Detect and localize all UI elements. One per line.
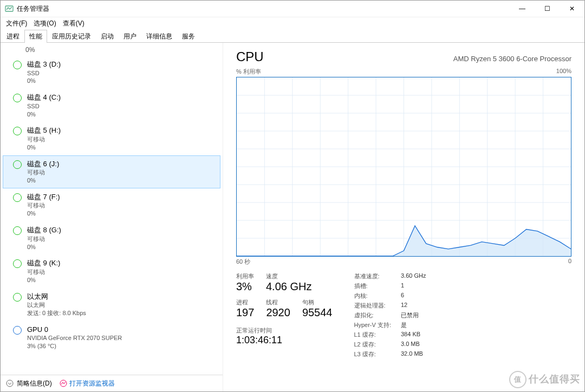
tab-3[interactable]: 启动 [96,30,119,43]
sidebar-item-sub1: 可移动 [27,201,60,210]
stat2-label: 进程 [236,298,254,306]
stat2-1: 线程2920 [266,298,290,319]
resource-monitor-icon [60,380,67,387]
sidebar-item-8[interactable]: GPU 0NVIDIA GeForce RTX 2070 SUPER3% (36… [3,321,220,354]
prop-val-6: 384 KB [401,331,426,339]
tab-4[interactable]: 用户 [119,30,141,43]
prop-key-0: 基准速度: [354,272,391,280]
stat1-1: 速度4.06 GHz [266,272,311,293]
sidebar: 0% 磁盘 3 (D:)SSD0%磁盘 4 (C:)SSD0%磁盘 5 (H:)… [1,43,223,391]
status-icon [13,226,22,235]
sidebar-item-6[interactable]: 磁盘 9 (K:)可移动0% [3,254,220,288]
menubar: 文件(F)选项(O)查看(V) [1,17,584,29]
sidebar-item-sub1: 可移动 [27,168,59,177]
status-icon [13,326,22,335]
prop-key-4: 虚拟化: [354,311,391,319]
chart-ymax: 100% [556,68,571,76]
sidebar-item-3[interactable]: 磁盘 6 (J:)可移动0% [3,155,220,188]
sidebar-item-sub1: SSD [27,102,61,110]
sidebar-item-name: 磁盘 6 (J:) [27,159,59,169]
cpu-utilization-chart [236,77,571,257]
stat2-value: 2920 [266,306,290,319]
prop-key-8: L3 缓存: [354,350,391,358]
titlebar: 任务管理器 — ☐ ✕ [1,1,584,17]
tab-6[interactable]: 服务 [177,30,200,43]
prop-key-2: 内核: [354,292,391,300]
prop-val-7: 3.0 MB [401,341,426,349]
app-icon [5,4,14,13]
prop-val-8: 32.0 MB [401,350,426,358]
sidebar-item-name: 磁盘 4 (C:) [27,93,61,102]
chart-xmin: 0 [568,258,571,266]
sidebar-item-sub1: 可移动 [27,268,60,276]
uptime-label: 正常运行时间 [236,326,333,335]
sidebar-item-sub1: 可移动 [27,135,61,143]
sidebar-item-name: GPU 0 [27,325,122,335]
menu-item-2[interactable]: 查看(V) [60,18,88,29]
sidebar-item-sub1: 以太网 [27,301,86,309]
chevron-down-circle-icon [6,380,14,387]
stat1-0: 利用率3% [236,272,254,293]
prop-key-5: Hyper-V 支持: [354,321,391,329]
sidebar-item-sub1: SSD [27,69,61,77]
sidebar-item-5[interactable]: 磁盘 8 (G:)可移动0% [3,221,220,254]
stat2-0: 进程197 [236,298,254,319]
uptime-value: 1:03:46:11 [236,335,333,346]
chart-ylabel: % 利用率 [236,68,261,76]
sidebar-item-sub2: 0% [27,110,61,119]
sidebar-item-1[interactable]: 磁盘 4 (C:)SSD0% [3,89,220,122]
status-icon [13,94,22,102]
tab-0[interactable]: 进程 [2,30,24,43]
sidebar-item-name: 以太网 [27,292,86,302]
sidebar-item-sub2: 发送: 0 接收: 8.0 Kbps [27,309,86,317]
sidebar-footer: 简略信息(D) 打开资源监视器 [1,375,223,391]
prop-val-1: 1 [401,282,426,290]
sidebar-top-percent: 0% [1,45,223,56]
prop-val-4: 已禁用 [401,311,426,319]
sidebar-item-name: 磁盘 9 (K:) [27,258,60,268]
tab-2[interactable]: 应用历史记录 [47,30,96,43]
prop-key-6: L1 缓存: [354,331,391,339]
menu-item-0[interactable]: 文件(F) [3,18,30,29]
sidebar-item-2[interactable]: 磁盘 5 (H:)可移动0% [3,122,220,155]
status-icon [13,193,22,202]
sidebar-item-4[interactable]: 磁盘 7 (F:)可移动0% [3,188,220,221]
stat1-value: 3% [236,280,254,293]
prop-key-7: L2 缓存: [354,341,391,349]
prop-val-0: 3.60 GHz [401,272,426,280]
stat2-2: 句柄95544 [302,298,333,319]
stat2-label: 线程 [266,298,290,306]
svg-point-1 [6,380,13,387]
prop-val-5: 是 [401,321,426,329]
sidebar-item-sub2: 0% [27,143,61,152]
menu-item-1[interactable]: 选项(O) [30,18,59,29]
sidebar-item-name: 磁盘 7 (F:) [27,192,60,202]
stat2-value: 197 [236,306,254,319]
status-icon [13,160,22,169]
minimize-button[interactable]: — [510,1,535,17]
sidebar-list[interactable]: 0% 磁盘 3 (D:)SSD0%磁盘 4 (C:)SSD0%磁盘 5 (H:)… [1,43,223,375]
sidebar-item-sub2: 0% [27,77,61,85]
status-icon [13,293,22,302]
prop-val-2: 6 [401,292,426,300]
sidebar-item-sub2: 0% [27,243,61,251]
sidebar-item-7[interactable]: 以太网以太网发送: 0 接收: 8.0 Kbps [3,288,220,321]
close-button[interactable]: ✕ [560,1,584,17]
brief-info-toggle[interactable]: 简略信息(D) [6,379,52,388]
maximize-button[interactable]: ☐ [535,1,560,17]
sidebar-item-sub2: 3% (36 °C) [27,342,122,350]
sidebar-item-name: 磁盘 5 (H:) [27,126,61,135]
tab-5[interactable]: 详细信息 [141,30,177,43]
tabs: 进程性能应用历史记录启动用户详细信息服务 [1,29,584,43]
sidebar-item-sub1: NVIDIA GeForce RTX 2070 SUPER [27,334,122,342]
window-title: 任务管理器 [17,4,49,14]
sidebar-item-0[interactable]: 磁盘 3 (D:)SSD0% [3,56,220,89]
open-resource-monitor-link[interactable]: 打开资源监视器 [60,379,115,388]
sidebar-item-sub2: 0% [27,276,60,284]
stat2-label: 句柄 [302,298,333,306]
sidebar-item-sub1: 可移动 [27,235,61,243]
tab-1[interactable]: 性能 [24,30,47,43]
stat1-value: 4.06 GHz [266,280,311,293]
chart-xmax: 60 秒 [236,258,250,266]
main-panel: CPU AMD Ryzen 5 3600 6-Core Processor % … [223,43,584,391]
